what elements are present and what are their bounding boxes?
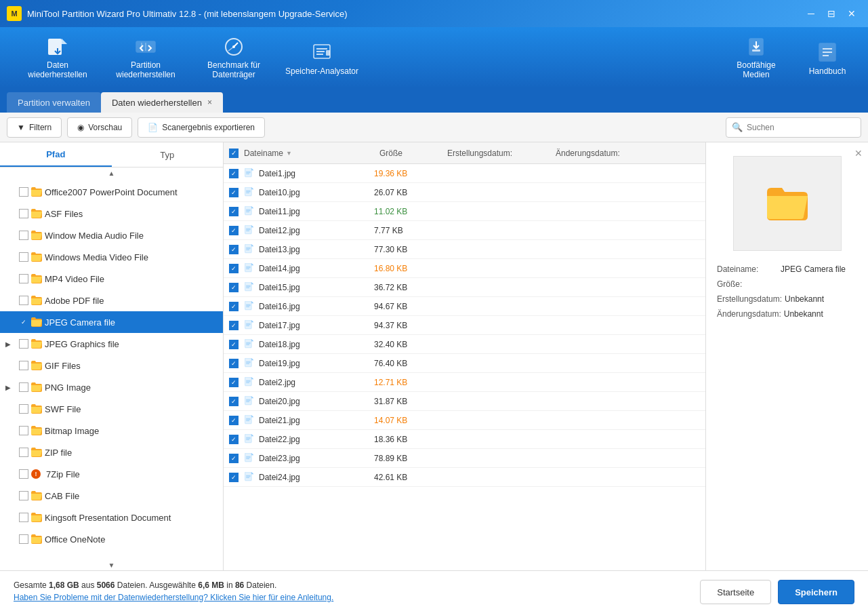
- checkbox-7zip[interactable]: [19, 469, 28, 479]
- tab-close-icon[interactable]: ×: [207, 98, 212, 107]
- th-created[interactable]: Erstellungsdatum:: [447, 149, 556, 158]
- row-checkbox[interactable]: [229, 359, 239, 368]
- row-checkbox[interactable]: [229, 435, 239, 444]
- checkbox-mp4[interactable]: [19, 274, 28, 283]
- row-checkbox[interactable]: [229, 264, 239, 273]
- toolbar-handbuch[interactable]: Handbuch: [800, 31, 854, 85]
- tree-item-pdf[interactable]: Adobe PDF file: [0, 290, 223, 311]
- table-row[interactable]: Datei20.jpg 31.87 KB: [224, 392, 705, 411]
- th-modified[interactable]: Änderungsdatum:: [556, 149, 664, 158]
- table-row[interactable]: Datei11.jpg 11.02 KB: [224, 202, 705, 221]
- checkbox-jpeg-camera[interactable]: [19, 317, 28, 327]
- tree-item-zip[interactable]: ZIP file: [0, 441, 223, 463]
- toolbar-bootfahige[interactable]: Bootfähige Medien: [719, 31, 793, 85]
- checkbox-cab[interactable]: [19, 491, 28, 500]
- checkbox-swf[interactable]: [19, 404, 28, 414]
- chevron-png[interactable]: ▶: [5, 384, 16, 391]
- header-checkbox[interactable]: [229, 149, 239, 158]
- tab-typ[interactable]: Typ: [112, 142, 224, 167]
- folder-icon-kingsoft: [31, 513, 42, 522]
- close-button[interactable]: ✕: [842, 4, 861, 23]
- checkbox-wmaf[interactable]: [19, 231, 28, 240]
- tree-item-kingsoft[interactable]: Kingsoft Presentation Document: [0, 507, 223, 528]
- row-checkbox[interactable]: [229, 207, 239, 216]
- filter-button[interactable]: ▼ Filtern: [7, 117, 62, 138]
- chevron-jpeg-graphics[interactable]: ▶: [5, 340, 16, 348]
- table-row[interactable]: Datei17.jpg 94.37 KB: [224, 316, 705, 335]
- table-row[interactable]: Datei10.jpg 26.07 KB: [224, 183, 705, 202]
- svg-rect-20: [246, 212, 249, 212]
- checkbox-png[interactable]: [19, 382, 28, 392]
- table-row[interactable]: Datei2.jpg 12.71 KB: [224, 373, 705, 392]
- tree-item-png[interactable]: ▶ PNG Image: [0, 376, 223, 398]
- toolbar-benchmark[interactable]: Benchmark für Datenträger: [190, 31, 278, 85]
- tree-item-swf[interactable]: SWF File: [0, 398, 223, 420]
- row-checkbox[interactable]: [229, 416, 239, 425]
- toolbar-partition-wiederherstellen[interactable]: Partition wiederherstellen: [102, 31, 190, 85]
- minimize-button[interactable]: ─: [802, 4, 821, 23]
- table-row[interactable]: Datei12.jpg 7.77 KB: [224, 221, 705, 240]
- tree-item-asf[interactable]: ASF Files: [0, 203, 223, 224]
- tree-item-jpeg-camera[interactable]: JPEG Camera file: [0, 311, 223, 333]
- checkbox-gif[interactable]: [19, 361, 28, 370]
- scroll-up[interactable]: ▲: [0, 167, 223, 178]
- table-row[interactable]: Datei21.jpg 14.07 KB: [224, 411, 705, 430]
- checkbox-onenote[interactable]: [19, 534, 28, 544]
- tab-pfad[interactable]: Pfad: [0, 142, 112, 167]
- tree-item-jpeg-graphics[interactable]: ▶ JPEG Graphics file: [0, 333, 223, 355]
- table-row[interactable]: Datei15.jpg 36.72 KB: [224, 278, 705, 297]
- checkbox-wmvf[interactable]: [19, 252, 28, 262]
- row-checkbox[interactable]: [229, 188, 239, 197]
- tree-item-onenote[interactable]: Office OneNote: [0, 528, 223, 550]
- tree-item-mp4[interactable]: MP4 Video File: [0, 268, 223, 290]
- checkbox-asf[interactable]: [19, 209, 28, 218]
- tree-item-bitmap[interactable]: Bitmap Image: [0, 420, 223, 441]
- table-row[interactable]: Datei16.jpg 94.67 KB: [224, 297, 705, 316]
- th-filename[interactable]: Dateiname ▼: [244, 149, 379, 158]
- row-checkbox[interactable]: [229, 169, 239, 178]
- checkbox-office2007[interactable]: [19, 187, 28, 197]
- search-input[interactable]: [747, 123, 855, 132]
- preview-button[interactable]: ◉ Vorschau: [67, 117, 132, 138]
- table-row[interactable]: Datei14.jpg 16.80 KB: [224, 259, 705, 278]
- table-row[interactable]: Datei22.jpg 18.36 KB: [224, 430, 705, 449]
- tree-item-office2007[interactable]: Office2007 PowerPoint Document: [0, 181, 223, 203]
- tree-item-wmaf[interactable]: Window Media Audio File: [0, 224, 223, 246]
- tree-item-7zip[interactable]: 7Zip File: [0, 463, 223, 485]
- table-row[interactable]: Datei13.jpg 77.30 KB: [224, 240, 705, 259]
- scroll-down[interactable]: ▼: [0, 559, 223, 570]
- checkbox-pdf[interactable]: [19, 296, 28, 305]
- save-button[interactable]: Speichern: [778, 580, 854, 604]
- home-button[interactable]: Startseite: [700, 580, 771, 604]
- checkbox-bitmap[interactable]: [19, 426, 28, 435]
- table-row[interactable]: Datei24.jpg 42.61 KB: [224, 468, 705, 487]
- checkbox-kingsoft[interactable]: [19, 513, 28, 522]
- export-button[interactable]: 📄 Scanergebnis exportieren: [138, 117, 265, 138]
- tab-daten-wiederherstellen[interactable]: Daten wiederherstellen ×: [101, 92, 223, 113]
- row-checkbox[interactable]: [229, 283, 239, 292]
- toolbar-speicher[interactable]: Speicher-Analysator: [278, 31, 366, 85]
- checkbox-jpeg-graphics[interactable]: [19, 339, 28, 349]
- row-checkbox[interactable]: [229, 302, 239, 311]
- row-checkbox[interactable]: [229, 397, 239, 406]
- checkbox-zip[interactable]: [19, 448, 28, 457]
- tree-item-gif[interactable]: GIF Files: [0, 355, 223, 376]
- row-checkbox[interactable]: [229, 454, 239, 463]
- row-checkbox[interactable]: [229, 473, 239, 482]
- table-row[interactable]: Datei19.jpg 76.40 KB: [224, 354, 705, 373]
- row-checkbox[interactable]: [229, 378, 239, 387]
- tree-item-wmvf[interactable]: Windows Media Video File: [0, 246, 223, 268]
- table-row[interactable]: Datei1.jpg 19.36 KB: [224, 164, 705, 183]
- toolbar-daten-wiederherstellen[interactable]: Daten wiederherstellen: [14, 31, 102, 85]
- row-checkbox[interactable]: [229, 340, 239, 349]
- row-checkbox[interactable]: [229, 321, 239, 330]
- row-checkbox[interactable]: [229, 226, 239, 235]
- row-checkbox[interactable]: [229, 245, 239, 254]
- restore-button[interactable]: ⊟: [822, 4, 841, 23]
- table-row[interactable]: Datei18.jpg 32.40 KB: [224, 335, 705, 354]
- table-row[interactable]: Datei23.jpg 78.89 KB: [224, 449, 705, 468]
- tree-item-cab[interactable]: CAB File: [0, 485, 223, 507]
- tab-partition-verwalten[interactable]: Partition verwalten: [7, 92, 101, 113]
- preview-close-icon[interactable]: ✕: [854, 148, 863, 159]
- th-size[interactable]: Größe: [379, 149, 447, 158]
